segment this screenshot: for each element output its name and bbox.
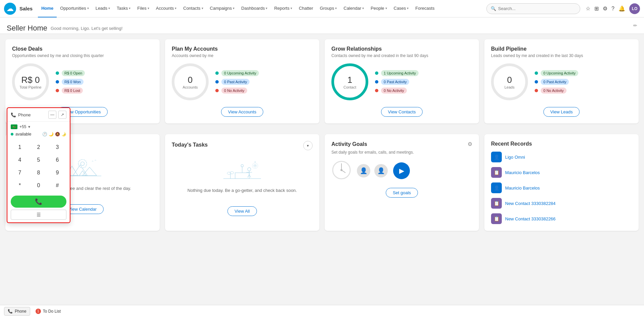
- recent-item-0: 👤 Ligo Omni: [491, 152, 632, 162]
- tasks-dropdown-button[interactable]: ▾: [303, 141, 313, 150]
- help-icon[interactable]: ?: [611, 6, 614, 12]
- bp-badge-past[interactable]: 0 Past Activity: [541, 79, 569, 85]
- bell-mute-icon[interactable]: 🔕: [55, 132, 60, 137]
- recent-link-1[interactable]: Mauricio Barcelos: [505, 170, 540, 175]
- legend-item-won: R$ 0 Won: [56, 79, 85, 85]
- pa-legend-none: 0 No Activity: [215, 88, 259, 94]
- view-accounts-button[interactable]: View Accounts: [221, 107, 263, 117]
- moon-icon[interactable]: 🌙: [49, 132, 54, 137]
- todays-tasks-empty: Nothing due today. Be a go-getter, and c…: [187, 188, 297, 193]
- recent-link-0[interactable]: Ligo Omni: [505, 155, 525, 160]
- svg-point-21: [227, 172, 231, 174]
- grow-relationships-card: Grow Relationships Contacts owned by me …: [325, 39, 479, 123]
- pa-badge-upcoming[interactable]: 0 Upcoming Activity: [221, 70, 259, 76]
- gr-badge-upcoming[interactable]: 1 Upcoming Activity: [381, 70, 419, 76]
- dial-9[interactable]: 9: [48, 167, 66, 179]
- dial-7[interactable]: 7: [11, 167, 29, 179]
- call-button[interactable]: 📞: [11, 196, 66, 208]
- nav-item-accounts[interactable]: Accounts▾: [153, 0, 180, 17]
- activity-clock-icon: [331, 160, 352, 181]
- avatar[interactable]: LO: [629, 3, 640, 14]
- close-deals-title: Close Deals: [12, 46, 153, 52]
- nav-item-chatter[interactable]: Chatter: [296, 0, 317, 17]
- country-caret[interactable]: ▾: [28, 124, 30, 129]
- grow-relationships-footer: View Contacts: [331, 107, 472, 117]
- recent-records-card: Recent Records 👤 Ligo Omni 📋 Mauricio Ba…: [484, 134, 639, 231]
- nav-item-contacts[interactable]: Contacts▾: [180, 0, 206, 17]
- pa-badge-none[interactable]: 0 No Activity: [221, 88, 247, 94]
- view-leads-button[interactable]: View Leads: [543, 107, 580, 117]
- todays-tasks-illustration: Nothing due today. Be a go-getter, and c…: [172, 150, 313, 200]
- nav-item-reports[interactable]: Reports▾: [271, 0, 296, 17]
- dial-1[interactable]: 1: [11, 141, 29, 153]
- phone-popup-title-label: 📞 Phone: [11, 112, 31, 117]
- search-input[interactable]: [498, 6, 576, 11]
- todays-tasks-footer: View All: [172, 206, 313, 216]
- svg-line-13: [248, 175, 249, 177]
- dial-2[interactable]: 2: [30, 141, 48, 153]
- gr-dot-none: [375, 89, 378, 92]
- build-pipeline-subtitle: Leads owned by me and created in the las…: [491, 53, 632, 58]
- nav-item-home[interactable]: Home: [38, 0, 57, 17]
- pa-badge-past[interactable]: 0 Past Activity: [221, 79, 250, 85]
- moon2-icon[interactable]: 🌛: [61, 132, 66, 137]
- pa-dot-past: [215, 80, 219, 84]
- badge-open[interactable]: R$ 0 Open: [62, 70, 85, 76]
- nav-item-tasks[interactable]: Tasks▾: [113, 0, 134, 17]
- dial-0[interactable]: 0: [30, 179, 48, 192]
- activity-goals-card: Activity Goals ⚙ Set daily goals for ema…: [325, 134, 479, 231]
- edit-icon[interactable]: ✏: [633, 23, 637, 34]
- person-icon-2: 👤: [374, 164, 388, 177]
- clock-icon[interactable]: 🕐: [42, 132, 47, 137]
- nav-item-calendar[interactable]: Calendar▾: [340, 0, 367, 17]
- gr-dot-upcoming: [375, 71, 378, 75]
- close-deals-body: R$ 0 Total Pipeline R$ 0 Open R$ 0 Won R…: [12, 63, 153, 100]
- nav-item-files[interactable]: Files▾: [134, 0, 152, 17]
- nav-item-campaigns[interactable]: Campaigns▾: [207, 0, 238, 17]
- view-contacts-button[interactable]: View Contacts: [381, 107, 423, 117]
- grow-relationships-legend: 1 Upcoming Activity 0 Past Activity 0 No…: [375, 70, 419, 94]
- nav-item-opportunities[interactable]: Opportunities▾: [57, 0, 92, 17]
- badge-lost[interactable]: R$ 0 Lost: [62, 88, 83, 94]
- recent-link-4[interactable]: New Contact 3330382266: [505, 216, 555, 221]
- nav-item-forecasts[interactable]: Forecasts: [412, 0, 438, 17]
- badge-won[interactable]: R$ 0 Won: [62, 79, 84, 85]
- setup-icon[interactable]: ⚙: [603, 5, 607, 12]
- gr-badge-past[interactable]: 0 Past Activity: [381, 79, 409, 85]
- plan-accounts-donut: 0 Accounts: [172, 63, 209, 100]
- dial-6[interactable]: 6: [48, 154, 66, 166]
- apps-icon[interactable]: ⊞: [594, 5, 599, 12]
- dial-5[interactable]: 5: [30, 154, 48, 166]
- dial-3[interactable]: 3: [48, 141, 66, 153]
- minimize-button[interactable]: —: [48, 111, 56, 119]
- dial-star[interactable]: *: [11, 179, 29, 192]
- dial-4[interactable]: 4: [11, 154, 29, 166]
- bp-badge-none[interactable]: 0 No Activity: [541, 88, 567, 94]
- bell-icon[interactable]: 🔔: [619, 5, 625, 12]
- settings-icon[interactable]: ⚙: [468, 141, 472, 147]
- dial-8[interactable]: 8: [30, 167, 48, 179]
- dot-open: [56, 71, 59, 75]
- dialpad-menu-button[interactable]: ☰: [11, 210, 66, 220]
- search-bar[interactable]: 🔍: [486, 3, 580, 14]
- play-icon[interactable]: ▶: [393, 162, 410, 179]
- recent-link-3[interactable]: New Contact 3330382284: [505, 201, 555, 206]
- star-icon[interactable]: ☆: [586, 5, 590, 12]
- build-pipeline-body: 0 Leads 0 Upcoming Activity 0 Past Activ…: [491, 63, 632, 100]
- nav-item-leads[interactable]: Leads▾: [92, 0, 113, 17]
- set-goals-button[interactable]: Set goals: [386, 188, 418, 198]
- bottom-row: Today's Events Looks like you're free an…: [0, 134, 644, 236]
- legend-item-open: R$ 0 Open: [56, 70, 85, 76]
- external-link-button[interactable]: ↗: [58, 111, 66, 119]
- recent-link-2[interactable]: Mauricio Barcelos: [505, 186, 540, 191]
- nav-item-groups[interactable]: Groups▾: [317, 0, 340, 17]
- nav-item-cases[interactable]: Cases▾: [390, 0, 412, 17]
- view-all-button[interactable]: View All: [227, 206, 257, 216]
- gr-badge-none[interactable]: 0 No Activity: [381, 88, 407, 94]
- recent-icon-3: 📋: [491, 198, 502, 209]
- bp-legend-none: 0 No Activity: [535, 88, 578, 94]
- dial-hash[interactable]: #: [48, 179, 66, 192]
- nav-item-people[interactable]: People▾: [367, 0, 390, 17]
- nav-item-dashboards[interactable]: Dashboards▾: [238, 0, 271, 17]
- bp-badge-upcoming[interactable]: 0 Upcoming Activity: [541, 70, 578, 76]
